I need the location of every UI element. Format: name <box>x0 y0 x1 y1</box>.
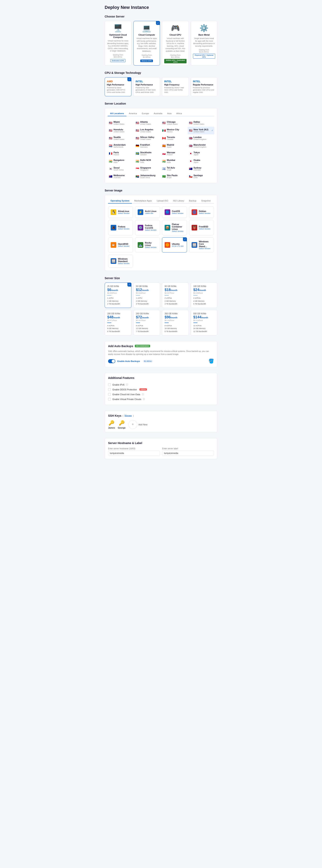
os-card-centos[interactable]: 🔵 CentOS Select Version <box>162 206 187 218</box>
location-item-miami[interactable]: 🇺🇸 Miami United States <box>108 119 135 127</box>
os-version: Select Version <box>118 228 129 230</box>
ssh-key-george[interactable]: 🔑 George <box>118 420 125 429</box>
location-item-silicon-valley[interactable]: 🇺🇸 Silicon Valley United States <box>135 134 161 142</box>
location-name: Stockholm <box>140 151 151 154</box>
size-card-3[interactable]: 100 GB NVMe $24/month $0.036/hour 2 vCPU… <box>191 283 217 308</box>
location-tab-america[interactable]: America <box>126 111 139 116</box>
size-card-1[interactable]: 50 GB NVMe $12/month $0.018/hour 1 vCPU2… <box>134 283 160 308</box>
location-item-atlanta[interactable]: 🇺🇸 Atlanta United States <box>135 119 161 127</box>
add-key-label: Add New <box>139 423 148 426</box>
feature-checkbox-ddos[interactable] <box>108 388 111 391</box>
os-card-openbsd[interactable]: 🐡 OpenBSD Select Version <box>108 237 133 253</box>
os-card-freebsd[interactable]: 👹 FreeBSD Select Version <box>189 220 214 235</box>
server-label-input[interactable] <box>162 451 214 456</box>
add-key-button[interactable]: + <box>128 420 137 429</box>
location-country: India <box>114 161 124 163</box>
location-item-delhi-ncr[interactable]: 🇮🇳 Delhi NCR India <box>135 157 161 165</box>
location-tab-asia[interactable]: Asia <box>165 111 174 116</box>
location-item-stockholm[interactable]: 🇸🇪 Stockholm Sweden <box>135 150 161 157</box>
auto-backup-toggle[interactable] <box>108 359 115 363</box>
location-country: United States <box>114 131 124 133</box>
location-item-london[interactable]: 🇬🇧 London United Kingdom <box>188 134 214 142</box>
feature-checkbox-vpc[interactable] <box>108 398 111 401</box>
server-card-gpu[interactable]: 🎮 Cloud GPU Virtual machines with fracti… <box>162 21 189 66</box>
location-tab-australia[interactable]: Australia <box>151 111 165 116</box>
feature-checkbox-ipv6[interactable] <box>108 383 111 386</box>
image-tab-upload-iso[interactable]: Upload ISO <box>154 198 171 204</box>
cpu-card-intel-rp[interactable]: INTEL Regular Performance Powered by pre… <box>191 77 217 96</box>
key-icon: 🔑 <box>109 420 115 426</box>
image-tab-marketplace-apps[interactable]: Marketplace Apps <box>132 198 154 204</box>
size-card-4[interactable]: 180 GB NVMe $48/month $0.071/hour 4 vCPU… <box>105 310 131 336</box>
cpu-card-amd-hp[interactable]: AMD High Performance Powered by latest g… <box>105 77 131 96</box>
size-card-5[interactable]: 260 GB NVMe $72/month $0.107/hour 6 vCPU… <box>134 310 160 336</box>
cpu-card-intel-hf[interactable]: INTEL High Frequency Powered by 3GHz+ In… <box>162 77 189 96</box>
location-item-madrid[interactable]: 🇪🇸 Madrid Spain <box>161 142 188 150</box>
cpu-card-intel-hp[interactable]: INTEL High Performance Powered by new ge… <box>134 77 160 96</box>
feature-checkbox-cloud-init[interactable] <box>108 393 111 396</box>
server-card-cloud[interactable]: 💻 Cloud Compute Virtual machines for app… <box>134 21 160 66</box>
server-card-bare[interactable]: ⚙️ Bare Metal Single tenant bare metal f… <box>191 21 217 66</box>
size-card-0[interactable]: 25 GB NVMe $6/month $0.009/hour 1 vCPU1 … <box>105 283 131 308</box>
location-item-manchester[interactable]: 🇬🇧 Manchester United Kingdom <box>188 142 214 150</box>
location-item-tokyo[interactable]: 🇯🇵 Tokyo Japan <box>188 150 214 157</box>
location-item-sydney[interactable]: 🇦🇺 Sydney Australia <box>188 165 214 173</box>
help-icon-vpc[interactable]: ⓘ <box>143 398 145 401</box>
help-icon-ipv6[interactable]: ⓘ <box>126 383 128 386</box>
size-card-7[interactable]: 500 GB NVMe $144/month $0.214/hour 12 vC… <box>191 310 217 336</box>
location-item-mumbai[interactable]: 🇮🇳 Mumbai India <box>161 157 188 165</box>
size-card-6[interactable]: 350 GB NVMe $96/month $0.143/hour 8 vCPU… <box>162 310 189 336</box>
location-flag: 🇲🇽 <box>162 129 166 132</box>
server-card-badge: NVIDIA GPU + Dedicated vCPU <box>164 59 186 63</box>
location-item-são-paulo[interactable]: 🇧🇷 São Paulo Brazil <box>161 173 188 180</box>
location-item-mexico-city[interactable]: 🇲🇽 Mexico City Mexico <box>161 127 188 134</box>
location-item-los-angeles[interactable]: 🇺🇸 Los Angeles United States <box>135 127 161 134</box>
image-tab-iso-library[interactable]: ISO Library <box>171 198 186 204</box>
location-item-santiago[interactable]: 🇨🇱 Santiago Chile <box>188 173 214 180</box>
os-card-ubuntu[interactable]: 🟠 Ubuntu 20.04 LTS x64 <box>162 237 187 253</box>
os-card-fedora[interactable]: 🎩 Fedora Select Version <box>108 220 133 235</box>
server-card-badge: Physical CPU + Optional GPU <box>193 54 215 59</box>
location-item-osaka[interactable]: 🇯🇵 Osaka Japan <box>188 157 214 165</box>
location-item-paris[interactable]: 🇫🇷 Paris France <box>108 150 135 157</box>
location-item-honolulu[interactable]: 🇺🇸 Honolulu United States <box>108 127 135 134</box>
server-card-optimized[interactable]: 🖥️ Optimized Cloud Compute Virtual machi… <box>105 21 131 66</box>
image-tab-operating-system[interactable]: Operating System <box>108 198 132 204</box>
location-tab-europe[interactable]: Europe <box>139 111 151 116</box>
location-item-singapore[interactable]: 🇸🇬 Singapore Singapore <box>135 165 161 173</box>
location-item-frankfurt[interactable]: 🇩🇪 Frankfurt Germany <box>135 142 161 150</box>
location-item-amsterdam[interactable]: 🇳🇱 Amsterdam Netherlands <box>108 142 135 150</box>
location-name: Amsterdam <box>114 144 126 146</box>
os-card-debian[interactable]: 🌀 Debian Select Version <box>189 206 214 218</box>
location-item-johannesburg[interactable]: 🇿🇦 Johannesburg South Africa <box>135 173 161 180</box>
location-item-tel-aviv[interactable]: 🇮🇱 Tel Aviv Israel <box>161 165 188 173</box>
ssh-key-james[interactable]: 🔑 James <box>108 420 115 429</box>
os-card-rocky[interactable]: 🗻 Rocky Linux Select Version <box>135 237 160 253</box>
image-tab-backup[interactable]: Backup <box>186 198 199 204</box>
location-item-chicago[interactable]: 🇺🇸 Chicago United States <box>161 119 188 127</box>
location-item-dallas[interactable]: 🇺🇸 Dallas United States <box>188 119 214 127</box>
hostname-input[interactable] <box>108 451 160 456</box>
location-item-seattle[interactable]: 🇺🇸 Seattle United States <box>108 134 135 142</box>
location-item-bangalore[interactable]: 🇮🇳 Bangalore India <box>108 157 135 165</box>
location-item-new-york-(nj)[interactable]: 🇺🇸 New York (NJ) United States ✓ <box>188 127 214 134</box>
ssh-manage-link[interactable]: Manage <box>124 414 132 417</box>
location-tab-africa[interactable]: Africa <box>174 111 184 116</box>
os-card-almalinux[interactable]: 🐧 AlmaLinux Select Version <box>108 206 133 218</box>
os-card-fedora-coreos[interactable]: ⚙️ Fedora CoreOS Select Version <box>135 220 160 235</box>
size-card-2[interactable]: 60 GB NVMe $18/month $0.027/hour 2 vCPUs… <box>162 283 189 308</box>
location-flag: 🇺🇸 <box>189 129 193 132</box>
location-item-seoul[interactable]: 🇰🇷 Seoul South Korea <box>108 165 135 173</box>
image-tab-snapshot[interactable]: Snapshot <box>199 198 213 204</box>
help-icon-cloud-init[interactable]: ⓘ <box>142 393 144 396</box>
location-tabs: All LocationsAmericaEuropeAustraliaAsiaA… <box>108 111 214 116</box>
location-item-toronto[interactable]: 🇨🇦 Toronto Canada <box>161 134 188 142</box>
os-version: Select Version <box>199 228 210 230</box>
os-card-windows-std[interactable]: 🪟 Windows Standard Select Version <box>108 255 133 268</box>
os-card-arch[interactable]: ⚡ Arch Linux Latest x64 <box>135 206 160 218</box>
location-item-warsaw[interactable]: 🇵🇱 Warsaw Poland <box>161 150 188 157</box>
location-tab-all-locations[interactable]: All Locations <box>108 111 126 116</box>
location-item-melbourne[interactable]: 🇦🇺 Melbourne Australia <box>108 173 135 180</box>
os-card-windows-core[interactable]: 🪟 Windows Core Stand... Select Version <box>189 237 214 253</box>
os-card-flatcar[interactable]: 📦 Flatcar Container Linux Select Version <box>162 220 187 235</box>
